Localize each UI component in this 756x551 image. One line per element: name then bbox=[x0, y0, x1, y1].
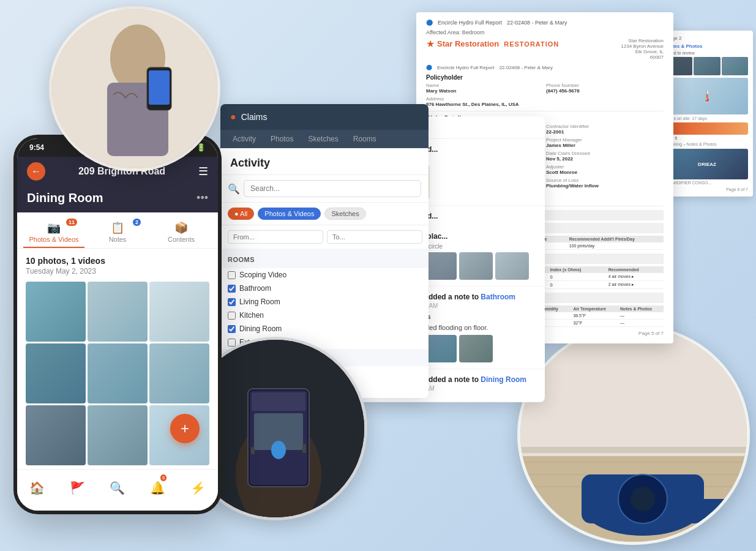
desktop-nav: Activity Photos Sketches Rooms bbox=[220, 130, 429, 148]
nav-photos[interactable]: Photos bbox=[263, 130, 301, 148]
note-photo-3[interactable] bbox=[459, 335, 493, 362]
contractor-field: Contractor Identifier 22-2001 bbox=[546, 124, 664, 135]
tab-contents-label: Contents bbox=[168, 236, 195, 243]
search-bar: 🔍 bbox=[220, 175, 429, 203]
address-field: Address 876 Hawthorne St., Des Plaines, … bbox=[426, 96, 544, 107]
affected-area: Affected Area: Bedroom bbox=[426, 29, 664, 36]
photo-cell[interactable] bbox=[88, 343, 148, 403]
days-on-site: Days on site: 17 days bbox=[666, 116, 748, 121]
nav-home[interactable]: 🏠 bbox=[17, 474, 58, 501]
nav-activity[interactable]: Activity bbox=[225, 130, 263, 148]
photo-cell[interactable] bbox=[149, 282, 209, 342]
notes-icon: 📋 bbox=[111, 221, 124, 234]
star-icon: ★ bbox=[426, 38, 435, 50]
notes-badge: 2 bbox=[133, 219, 141, 226]
nav-search[interactable]: 🔍 bbox=[97, 474, 138, 501]
report-breadcrumb-text: Encircle Hydro Full Report bbox=[438, 20, 502, 26]
report-document-2: Page 2 Notes & Photos Need to review 🌡️ … bbox=[661, 31, 753, 197]
phone-field: Phone Number (847) 456-5678 bbox=[546, 83, 664, 94]
dehumidifier-image: 🌡️ bbox=[666, 78, 748, 114]
notification-badge: 6 bbox=[160, 474, 167, 481]
policyholder-section: Policyholder bbox=[426, 74, 664, 81]
mini-photo-grid bbox=[666, 57, 748, 75]
nav-rooms[interactable]: Rooms bbox=[346, 130, 384, 148]
add-button[interactable]: + bbox=[170, 414, 200, 443]
timeline-bar bbox=[666, 122, 748, 135]
source-field: Source of Loss Plumbing/Water Inflow bbox=[546, 178, 664, 189]
dehum-col-4: Recommended Addit'l Pints/Day bbox=[567, 236, 664, 242]
dehum-rec: 100 pints/day bbox=[567, 242, 664, 250]
sub-claim-ref: 22-02408 - Peter & Mary bbox=[499, 65, 553, 70]
svg-point-32 bbox=[271, 441, 286, 459]
photo-count: 10 photos, 1 videos bbox=[26, 256, 209, 266]
date-to-input[interactable] bbox=[327, 230, 422, 244]
bathroom-link[interactable]: Bathroom bbox=[481, 293, 515, 301]
drieaz-image: DRIEAZ bbox=[666, 149, 748, 179]
tab-contents[interactable]: 📦 Contents bbox=[151, 217, 212, 248]
room-dining[interactable]: Dining Room bbox=[220, 322, 429, 335]
room-living[interactable]: Living Room bbox=[220, 295, 429, 309]
photo-cell[interactable] bbox=[26, 343, 86, 403]
am-col-index: Index (s Ohms) bbox=[548, 266, 606, 273]
report-company-logo: ★ Star Restoration RESTORATION bbox=[426, 38, 559, 50]
photo-cell[interactable] bbox=[26, 282, 86, 342]
person-photo-circle bbox=[49, 6, 220, 171]
notes-photos-label: Notes & Photos bbox=[666, 43, 748, 49]
photo-cell[interactable] bbox=[88, 282, 148, 342]
ext-col-temp: Air Temperature bbox=[571, 305, 618, 312]
tab-notes[interactable]: 📋 2 Notes bbox=[87, 217, 148, 248]
equip-photo-4[interactable] bbox=[495, 252, 529, 280]
svg-rect-30 bbox=[252, 392, 305, 411]
photos-badge: 11 bbox=[66, 219, 77, 226]
company-address: Star Restoration 1234 Byron Avenue Elk G… bbox=[621, 38, 664, 60]
filter-photos[interactable]: Photos & Videos bbox=[258, 208, 321, 220]
nav-sketches[interactable]: Sketches bbox=[301, 130, 345, 148]
pm-field: Project Manager James Miller bbox=[546, 137, 664, 148]
page2-number: Page 6 of 7 bbox=[666, 187, 748, 192]
contents-icon: 📦 bbox=[174, 221, 188, 234]
dining-room-link[interactable]: Dining Room bbox=[481, 375, 526, 384]
phone-bottom-nav: 🏠 🚩 🔍 🔔 6 ⚡ bbox=[17, 469, 218, 511]
need-to-review: Need to review bbox=[666, 51, 748, 55]
dehumidifier-console-label: HUMIDIFIER CONSO... bbox=[666, 181, 748, 185]
desktop-header: ● Claims bbox=[220, 104, 429, 130]
company-name: Star Restoration bbox=[437, 39, 499, 48]
photo-cell[interactable] bbox=[149, 343, 209, 403]
report-sub-breadcrumb: 🔵 Encircle Hydro Full Report 22-02408 - … bbox=[426, 65, 664, 70]
am-col-rec: Recommended bbox=[606, 266, 664, 273]
activity-section-title: Activity bbox=[220, 148, 429, 175]
search-icon: 🔍 bbox=[228, 183, 240, 195]
restoration-label: RESTORATION bbox=[501, 40, 559, 48]
rooms-section-label: ROOMS bbox=[220, 251, 429, 268]
mini-photo-2 bbox=[694, 57, 720, 75]
date-claim-field: Date Claim Dressed Nov 5, 2022 bbox=[546, 151, 664, 162]
back-button[interactable]: ← bbox=[27, 162, 45, 181]
room-scoping[interactable]: Scoping Video bbox=[220, 268, 429, 282]
tab-photos[interactable]: 📷 11 Photos & Videos bbox=[23, 217, 84, 248]
nav-more[interactable]: ⚡ bbox=[178, 474, 218, 501]
equip-photo-3[interactable] bbox=[459, 252, 493, 280]
svg-rect-34 bbox=[302, 444, 306, 453]
svg-rect-33 bbox=[251, 447, 255, 454]
svg-rect-24 bbox=[520, 447, 750, 453]
tab-notes-label: Notes bbox=[109, 236, 127, 243]
nav-flags[interactable]: 🚩 bbox=[58, 474, 98, 501]
photo-cell[interactable] bbox=[26, 405, 86, 465]
room-bathroom[interactable]: Bathroom bbox=[220, 282, 429, 295]
room-more-icon[interactable]: ••• bbox=[196, 192, 208, 204]
search-input[interactable] bbox=[244, 180, 421, 197]
filter-row: ● All Photos & Videos Sketches bbox=[220, 203, 429, 225]
room-kitchen[interactable]: Kitchen bbox=[220, 309, 429, 322]
date-from-input[interactable] bbox=[228, 230, 323, 244]
report-breadcrumb: 🔵 Encircle Hydro Full Report 22-02408 - … bbox=[426, 20, 664, 26]
filter-all[interactable]: ● All bbox=[228, 208, 254, 220]
phone-content: 10 photos, 1 videos Tuesday May 2, 2023 … bbox=[17, 249, 218, 473]
mini-photo-3 bbox=[722, 57, 748, 75]
report-logo-row: ★ Star Restoration RESTORATION Star Rest… bbox=[426, 38, 664, 60]
filter-sketches[interactable]: Sketches bbox=[324, 208, 365, 220]
photo-cell[interactable] bbox=[88, 405, 148, 465]
hamburger-icon[interactable]: ☰ bbox=[198, 165, 208, 178]
nav-notifications[interactable]: 🔔 6 bbox=[138, 474, 178, 501]
report-breadcrumb-icon: 🔵 bbox=[426, 20, 433, 26]
running-notes: Running – Notes & Photos bbox=[666, 142, 748, 146]
